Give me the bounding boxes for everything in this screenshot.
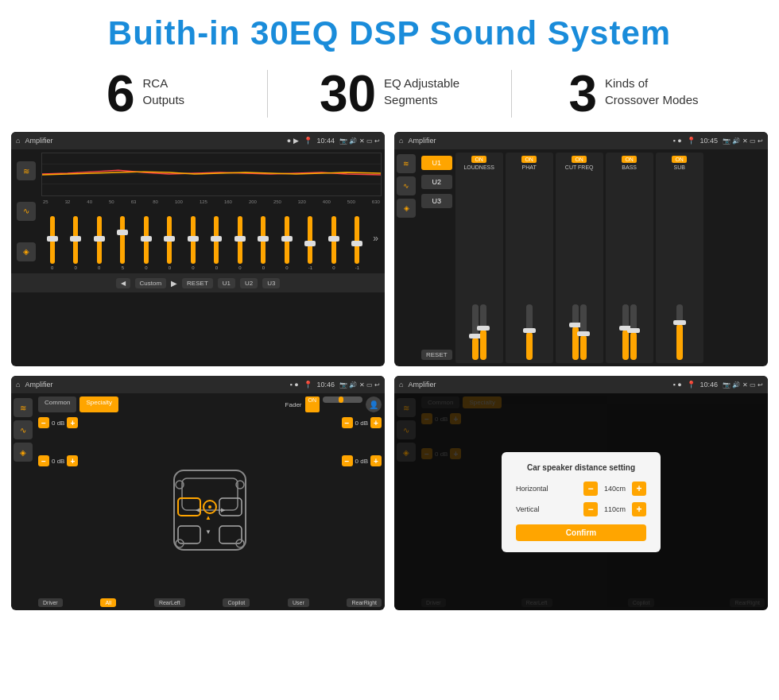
db-minus-tr[interactable]: − xyxy=(342,417,353,428)
db-plus-tr[interactable]: + xyxy=(370,417,382,428)
u3-btn[interactable]: U3 xyxy=(421,194,452,208)
bass-sliders[interactable] xyxy=(622,173,637,360)
screen3-icons: ▪ ● xyxy=(289,381,298,389)
crossover-filters-btn[interactable]: ≋ xyxy=(397,154,416,173)
speaker-filters-btn[interactable]: ≋ xyxy=(14,398,33,417)
footer-copilot-btn[interactable]: Copilot xyxy=(223,598,250,607)
db-plus-tl[interactable]: + xyxy=(67,417,78,428)
eq-reset-btn[interactable]: RESET xyxy=(182,278,213,288)
phat-label: PHAT xyxy=(522,164,537,170)
cutfreq-sliders[interactable] xyxy=(572,173,587,360)
eq-slider-9[interactable]: 0 xyxy=(253,216,275,270)
eq-filters-btn[interactable]: ≋ xyxy=(17,161,36,180)
screen1-footer: ◀ Custom ▶ RESET U1 U2 U3 xyxy=(11,273,385,292)
eq-sliders: 0 0 0 5 0 xyxy=(41,207,382,270)
footer-rearright-btn[interactable]: RearRight xyxy=(347,598,382,607)
vertical-minus-btn[interactable]: − xyxy=(583,502,598,516)
crossover-panels: ON LOUDNESS ON PHAT xyxy=(455,153,765,363)
u-button-col: U1 U2 U3 RESET xyxy=(421,153,452,363)
footer-driver-btn[interactable]: Driver xyxy=(38,598,63,607)
db-plus-bl[interactable]: + xyxy=(67,455,78,466)
panel-cutfreq: ON CUT FREQ xyxy=(556,153,603,363)
horizontal-minus-btn[interactable]: − xyxy=(583,481,598,496)
db-minus-tl[interactable]: − xyxy=(38,417,49,428)
eq-wave-btn[interactable]: ∿ xyxy=(17,202,36,221)
home-icon-s3[interactable]: ⌂ xyxy=(16,381,20,389)
fader-slider[interactable] xyxy=(323,396,362,403)
svg-rect-8 xyxy=(178,526,200,543)
svg-rect-9 xyxy=(219,526,242,543)
panel-loudness: ON LOUDNESS xyxy=(455,153,503,363)
eq-slider-5[interactable]: 0 xyxy=(159,216,181,270)
horizontal-value: 140cm xyxy=(601,485,629,493)
eq-slider-1[interactable]: 0 xyxy=(65,216,87,270)
eq-expand-icon[interactable]: » xyxy=(370,233,382,244)
loudness-sliders[interactable] xyxy=(472,173,486,360)
footer-all-btn[interactable]: All xyxy=(100,598,116,607)
eq-u2-btn[interactable]: U2 xyxy=(240,278,258,288)
horizontal-stepper[interactable]: − 140cm + xyxy=(583,481,646,496)
stat-eq: 30 EQ AdjustableSegments xyxy=(276,68,503,119)
eq-slider-13[interactable]: -1 xyxy=(347,216,369,270)
db-row-tl: − 0 dB + xyxy=(38,417,78,428)
speaker-vol-btn[interactable]: ◈ xyxy=(14,443,33,462)
screen-crossover: ⌂ Amplifier ▪ ● 📍 10:45 📷 🔊 ✕ ▭ ↩ ≋ ∿ ◈ … xyxy=(394,132,768,366)
horizontal-plus-btn[interactable]: + xyxy=(632,481,646,496)
speaker-wave-btn[interactable]: ∿ xyxy=(14,420,33,439)
eq-slider-7[interactable]: 0 xyxy=(206,216,228,270)
screen1-status-icons: ● ▶ xyxy=(287,137,299,145)
eq-slider-4[interactable]: 0 xyxy=(135,216,157,270)
eq-play-btn[interactable]: ▶ xyxy=(171,279,177,288)
eq-u1-btn[interactable]: U1 xyxy=(218,278,235,288)
footer-user-btn[interactable]: User xyxy=(288,598,309,607)
db-row-br: − 0 dB + xyxy=(342,455,382,466)
eq-slider-12[interactable]: 0 xyxy=(323,216,345,270)
dialog-overlay: Car speaker distance setting Horizontal … xyxy=(394,393,768,610)
sub-sliders[interactable] xyxy=(676,173,683,360)
eq-slider-3[interactable]: 5 xyxy=(112,216,134,270)
eq-prev-btn[interactable]: ◀ xyxy=(116,278,130,288)
eq-u3-btn[interactable]: U3 xyxy=(262,278,280,288)
screen1-eq-main: 253240506380100125160200250320400500630 … xyxy=(41,153,382,270)
distance-dialog: Car speaker distance setting Horizontal … xyxy=(502,452,661,552)
crossover-speaker-btn[interactable]: ◈ xyxy=(397,199,416,218)
bass-on-badge: ON xyxy=(622,156,637,163)
screen3-main: Common Specialty Fader ON 👤 xyxy=(35,393,385,610)
phat-sliders[interactable] xyxy=(526,173,533,360)
eq-slider-0[interactable]: 0 xyxy=(41,216,64,270)
eq-slider-2[interactable]: 0 xyxy=(88,216,110,270)
db-minus-br[interactable]: − xyxy=(342,455,353,466)
screen1-eq-body: ≋ ∿ ◈ xyxy=(11,149,385,273)
eq-slider-6[interactable]: 0 xyxy=(182,216,204,270)
crossover-reset-btn[interactable]: RESET xyxy=(421,350,452,360)
vertical-plus-btn[interactable]: + xyxy=(632,502,646,516)
eq-slider-8[interactable]: 0 xyxy=(229,216,251,270)
eq-slider-11[interactable]: -1 xyxy=(300,216,322,270)
stat-number-crossover: 3 xyxy=(568,68,597,119)
vertical-stepper[interactable]: − 110cm + xyxy=(583,502,646,516)
tab-specialty[interactable]: Specialty xyxy=(79,396,118,412)
home-icon-s1[interactable]: ⌂ xyxy=(16,137,20,145)
stat-rca: 6 RCAOutputs xyxy=(32,68,259,119)
cutfreq-label: CUT FREQ xyxy=(565,164,594,170)
dialog-horizontal-row: Horizontal − 140cm + xyxy=(516,481,646,496)
screen4-icons: ▪ ● xyxy=(672,381,681,389)
home-icon-s2[interactable]: ⌂ xyxy=(399,137,403,145)
u1-btn[interactable]: U1 xyxy=(421,156,452,170)
u2-btn[interactable]: U2 xyxy=(421,175,452,189)
panel-phat: ON PHAT xyxy=(506,153,553,363)
eq-slider-10[interactable]: 0 xyxy=(276,216,298,270)
eq-speaker-btn[interactable]: ◈ xyxy=(17,242,36,261)
db-minus-bl[interactable]: − xyxy=(38,455,49,466)
screen1-topbar: ⌂ Amplifier ● ▶ 📍 10:44 📷 🔊 ✕ ▭ ↩ xyxy=(11,132,385,149)
home-icon-s4[interactable]: ⌂ xyxy=(399,381,403,389)
stats-row: 6 RCAOutputs 30 EQ AdjustableSegments 3 … xyxy=(0,60,779,129)
crossover-wave-btn[interactable]: ∿ xyxy=(397,176,416,195)
footer-rearleft-btn[interactable]: RearLeft xyxy=(154,598,185,607)
eq-custom-label: Custom xyxy=(135,278,167,288)
screen3-topbar: ⌂ Amplifier ▪ ● 📍 10:46 📷 🔊 ✕ ▭ ↩ xyxy=(11,376,385,393)
db-plus-br[interactable]: + xyxy=(370,455,382,466)
tab-common[interactable]: Common xyxy=(38,396,76,412)
page-title: Buith-in 30EQ DSP Sound System xyxy=(0,0,779,60)
confirm-button[interactable]: Confirm xyxy=(516,524,646,541)
